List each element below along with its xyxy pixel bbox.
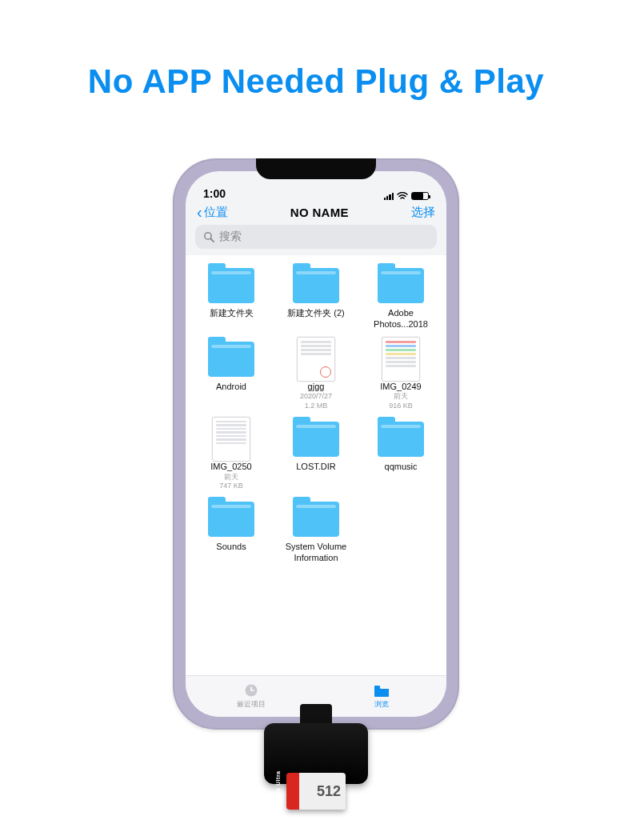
folder-icon [293,268,339,303]
folder-item[interactable]: 新建文件夹 [190,260,272,332]
folder-icon [293,422,339,457]
item-label: 新建文件夹 (2) [287,308,345,319]
search-placeholder: 搜索 [219,230,242,244]
item-subtext: 2020/7/27 [300,392,332,401]
item-label: Adobe Photos...2018 [362,308,439,330]
battery-icon [411,192,429,200]
page-headline: No APP Needed Plug & Play [0,0,632,101]
item-subtext: 747 KB [219,482,243,490]
item-label: gjgg [308,382,325,393]
folder-icon [373,683,390,698]
folder-icon [208,342,254,377]
image-thumb-icon [297,337,335,382]
sd-brand: SanDisk Ultra [275,770,281,812]
svg-rect-3 [374,686,380,688]
folder-icon [208,502,254,537]
signal-icon [384,192,394,200]
clock-icon [242,683,260,698]
page-title: NO NAME [290,206,349,219]
item-label: IMG_0249 [380,382,421,393]
item-label: Android [216,382,246,393]
folder-item[interactable]: qqmusic [360,414,442,492]
folder-item[interactable]: Adobe Photos...2018 [360,260,442,332]
folder-item[interactable]: Android [190,334,272,412]
folder-item[interactable]: 新建文件夹 (2) [275,260,357,332]
phone-mockup: 1:00 ‹ 位置 NO NAME 选择 搜索 [173,158,459,730]
folder-item[interactable]: Sounds [190,494,272,566]
select-button[interactable]: 选择 [411,205,435,220]
item-subtext: 前天 [224,473,238,482]
item-subtext: 916 KB [389,402,413,410]
phone-notch [256,158,376,179]
item-label: Sounds [216,542,246,553]
folder-icon [378,268,424,303]
folder-icon [293,502,339,537]
status-time: 1:00 [203,187,226,200]
folder-icon [208,268,254,303]
item-label: IMG_0250 [210,462,251,473]
card-reader: SanDisk Ultra 512 [252,704,380,784]
item-label: LOST.DIR [296,462,336,473]
wifi-icon [397,192,408,200]
item-label: qqmusic [385,462,418,473]
search-input[interactable]: 搜索 [195,225,437,249]
item-subtext: 1.2 MB [305,402,328,410]
search-icon [203,231,214,242]
file-item[interactable]: IMG_0250前天747 KB [190,414,272,492]
folder-item[interactable]: System Volume Information [275,494,357,566]
item-subtext: 前天 [394,392,408,401]
sd-card: SanDisk Ultra 512 [286,773,346,810]
back-button[interactable]: ‹ 位置 [197,205,228,220]
image-thumb-icon [212,417,250,462]
folder-item[interactable]: LOST.DIR [275,414,357,492]
file-item[interactable]: gjgg2020/7/271.2 MB [275,334,357,412]
item-label: System Volume Information [278,542,354,564]
file-item[interactable]: IMG_0249前天916 KB [360,334,442,412]
back-label: 位置 [204,205,228,220]
folder-icon [378,422,424,457]
svg-line-1 [211,239,214,242]
file-grid[interactable]: 新建文件夹新建文件夹 (2)Adobe Photos...2018Android… [186,255,446,675]
image-thumb-icon [382,337,420,382]
sd-capacity: 512 [317,783,341,800]
item-label: 新建文件夹 [210,308,254,319]
nav-header: ‹ 位置 NO NAME 选择 [186,202,446,225]
